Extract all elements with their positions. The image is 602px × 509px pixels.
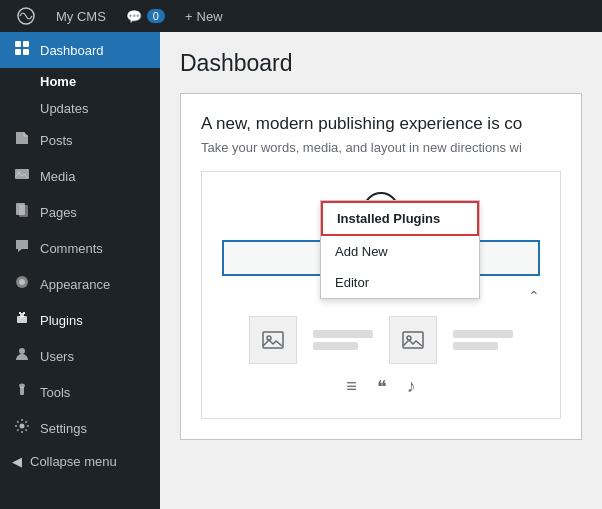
- sidebar-subitem-home[interactable]: Home: [0, 68, 160, 95]
- block-icon-row: [249, 316, 513, 364]
- admin-bar: My CMS 💬 0 + New: [0, 0, 602, 32]
- adminbar-site-name[interactable]: My CMS: [48, 0, 114, 32]
- svg-point-17: [20, 424, 25, 429]
- sidebar-item-plugins[interactable]: Plugins: [0, 302, 160, 338]
- svg-rect-2: [23, 41, 29, 47]
- wp-layout: Dashboard Home Updates Posts: [0, 32, 602, 509]
- updates-label: Updates: [40, 101, 88, 116]
- adminbar-new-button[interactable]: + New: [177, 0, 231, 32]
- adminbar-wp-logo[interactable]: [8, 0, 44, 32]
- admin-menu: Dashboard Home Updates Posts: [0, 32, 160, 509]
- collapse-label: Collapse menu: [30, 454, 117, 469]
- svg-rect-20: [403, 332, 423, 348]
- new-label: New: [197, 9, 223, 24]
- comments-label: Comments: [40, 241, 103, 256]
- svg-point-15: [19, 348, 25, 354]
- svg-rect-4: [23, 49, 29, 55]
- users-icon: [12, 346, 32, 366]
- bottom-icons-row: ≡ ❝ ♪: [346, 376, 416, 398]
- collapse-menu-button[interactable]: ◀ Collapse menu: [0, 446, 160, 477]
- sidebar-item-users[interactable]: Users: [0, 338, 160, 374]
- music-icon: ♪: [407, 376, 416, 398]
- comments-icon: [12, 238, 32, 258]
- adminbar-comments[interactable]: 💬 0: [118, 0, 173, 32]
- media-label: Media: [40, 169, 75, 184]
- collapse-icon: ◀: [12, 454, 22, 469]
- tools-icon: [12, 382, 32, 402]
- dropdown-editor[interactable]: Editor: [321, 267, 479, 298]
- welcome-subtitle: Take your words, media, and layout in ne…: [201, 140, 561, 155]
- svg-point-10: [19, 279, 25, 285]
- list-icon: ≡: [346, 376, 357, 398]
- chevron-up-icon[interactable]: ⌃: [528, 288, 540, 304]
- media-icon: [12, 166, 32, 186]
- posts-icon: [12, 130, 32, 150]
- sidebar-item-dashboard[interactable]: Dashboard: [0, 32, 160, 68]
- plus-icon: +: [185, 9, 193, 24]
- svg-rect-11: [17, 316, 27, 323]
- quote-icon: ❝: [377, 376, 387, 398]
- installed-plugins-label: Installed Plugins: [337, 211, 440, 226]
- plugins-icon: [12, 310, 32, 330]
- wp-logo-icon: [16, 6, 36, 26]
- gallery-block-lines: [453, 330, 513, 350]
- sidebar-item-appearance[interactable]: Appearance: [0, 266, 160, 302]
- svg-rect-16: [20, 387, 24, 395]
- sidebar-item-tools[interactable]: Tools: [0, 374, 160, 410]
- dropdown-installed-plugins[interactable]: Installed Plugins: [321, 201, 479, 236]
- comment-icon: 💬: [126, 9, 142, 24]
- svg-rect-18: [263, 332, 283, 348]
- plugins-label: Plugins: [40, 313, 83, 328]
- welcome-title: A new, modern publishing experience is c…: [201, 114, 561, 134]
- sidebar-item-posts[interactable]: Posts: [0, 122, 160, 158]
- posts-label: Posts: [40, 133, 73, 148]
- plugins-dropdown: Installed Plugins Add New Editor: [320, 200, 480, 299]
- page-title: Dashboard: [180, 50, 582, 77]
- site-name-label: My CMS: [56, 9, 106, 24]
- dropdown-add-new[interactable]: Add New: [321, 236, 479, 267]
- gallery-block-icon: [389, 316, 437, 364]
- sidebar-item-media[interactable]: Media: [0, 158, 160, 194]
- sidebar-item-pages[interactable]: Pages: [0, 194, 160, 230]
- appearance-icon: [12, 274, 32, 294]
- svg-rect-8: [19, 205, 28, 217]
- sidebar-item-settings[interactable]: Settings: [0, 410, 160, 446]
- sidebar-subitem-updates[interactable]: Updates: [0, 95, 160, 122]
- svg-rect-3: [15, 49, 21, 55]
- comment-count: 0: [147, 9, 165, 23]
- pages-icon: [12, 202, 32, 222]
- dashboard-label: Dashboard: [40, 43, 104, 58]
- users-label: Users: [40, 349, 74, 364]
- image-block-lines: [313, 330, 373, 350]
- svg-rect-14: [23, 312, 25, 314]
- tools-label: Tools: [40, 385, 70, 400]
- pages-label: Pages: [40, 205, 77, 220]
- dashboard-icon: [12, 40, 32, 60]
- settings-label: Settings: [40, 421, 87, 436]
- settings-icon: [12, 418, 32, 438]
- appearance-label: Appearance: [40, 277, 110, 292]
- add-new-label: Add New: [335, 244, 388, 259]
- svg-rect-1: [15, 41, 21, 47]
- editor-label: Editor: [335, 275, 369, 290]
- main-content: Dashboard A new, modern publishing exper…: [160, 32, 602, 509]
- svg-rect-13: [19, 312, 21, 314]
- sidebar-item-comments[interactable]: Comments: [0, 230, 160, 266]
- image-block-icon: [249, 316, 297, 364]
- home-label: Home: [40, 74, 76, 89]
